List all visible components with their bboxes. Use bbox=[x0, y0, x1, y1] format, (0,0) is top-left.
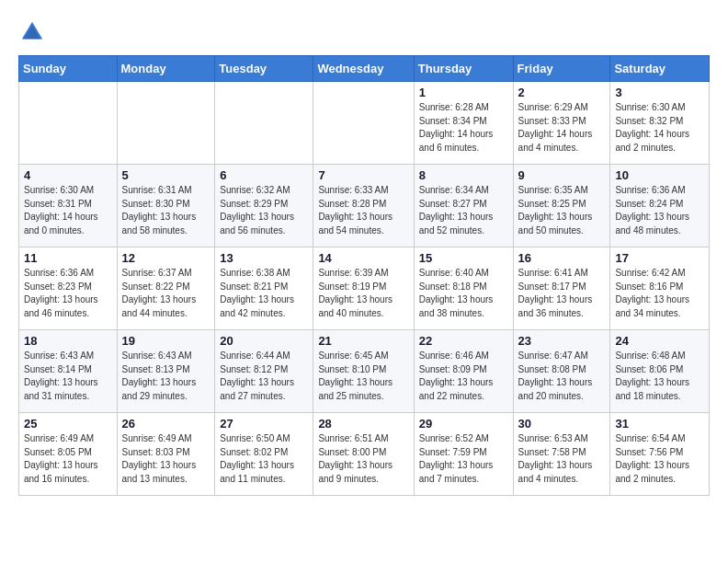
day-info: Sunrise: 6:32 AM Sunset: 8:29 PM Dayligh… bbox=[220, 184, 308, 237]
calendar-cell: 30Sunrise: 6:53 AM Sunset: 7:58 PM Dayli… bbox=[513, 413, 610, 496]
day-number: 16 bbox=[518, 251, 606, 265]
day-info: Sunrise: 6:42 AM Sunset: 8:16 PM Dayligh… bbox=[615, 267, 704, 320]
day-number: 26 bbox=[122, 417, 210, 431]
calendar-cell: 22Sunrise: 6:46 AM Sunset: 8:09 PM Dayli… bbox=[414, 330, 513, 413]
day-info: Sunrise: 6:41 AM Sunset: 8:17 PM Dayligh… bbox=[518, 267, 606, 320]
day-info: Sunrise: 6:33 AM Sunset: 8:28 PM Dayligh… bbox=[318, 184, 408, 237]
calendar-cell: 14Sunrise: 6:39 AM Sunset: 8:19 PM Dayli… bbox=[313, 247, 414, 330]
weekday-header-saturday: Saturday bbox=[610, 56, 710, 82]
weekday-header-wednesday: Wednesday bbox=[313, 56, 414, 82]
day-info: Sunrise: 6:44 AM Sunset: 8:12 PM Dayligh… bbox=[220, 350, 308, 403]
calendar-cell bbox=[215, 82, 313, 165]
day-info: Sunrise: 6:29 AM Sunset: 8:33 PM Dayligh… bbox=[518, 101, 606, 155]
day-number: 30 bbox=[518, 417, 606, 431]
logo-icon bbox=[18, 18, 46, 46]
weekday-header-sunday: Sunday bbox=[19, 56, 118, 82]
day-info: Sunrise: 6:37 AM Sunset: 8:22 PM Dayligh… bbox=[122, 267, 210, 320]
day-info: Sunrise: 6:36 AM Sunset: 8:23 PM Dayligh… bbox=[24, 267, 112, 320]
day-number: 18 bbox=[24, 334, 112, 348]
weekday-header-friday: Friday bbox=[513, 56, 610, 82]
day-info: Sunrise: 6:50 AM Sunset: 8:02 PM Dayligh… bbox=[220, 432, 308, 486]
day-number: 31 bbox=[615, 417, 704, 431]
calendar-cell: 2Sunrise: 6:29 AM Sunset: 8:33 PM Daylig… bbox=[513, 82, 610, 165]
calendar-cell: 13Sunrise: 6:38 AM Sunset: 8:21 PM Dayli… bbox=[215, 247, 313, 330]
calendar-cell: 31Sunrise: 6:54 AM Sunset: 7:56 PM Dayli… bbox=[610, 413, 710, 496]
calendar-cell: 28Sunrise: 6:51 AM Sunset: 8:00 PM Dayli… bbox=[313, 413, 414, 496]
day-number: 8 bbox=[419, 168, 508, 182]
day-number: 4 bbox=[24, 168, 112, 182]
day-number: 10 bbox=[615, 168, 704, 182]
calendar-cell: 24Sunrise: 6:48 AM Sunset: 8:06 PM Dayli… bbox=[610, 330, 710, 413]
day-number: 3 bbox=[615, 86, 704, 99]
calendar-cell: 18Sunrise: 6:43 AM Sunset: 8:14 PM Dayli… bbox=[19, 330, 118, 413]
day-number: 29 bbox=[419, 417, 508, 431]
calendar-table: SundayMondayTuesdayWednesdayThursdayFrid… bbox=[18, 55, 710, 496]
calendar-cell bbox=[313, 82, 414, 165]
calendar-week-row: 25Sunrise: 6:49 AM Sunset: 8:05 PM Dayli… bbox=[19, 413, 710, 496]
calendar-week-row: 11Sunrise: 6:36 AM Sunset: 8:23 PM Dayli… bbox=[19, 247, 710, 330]
day-info: Sunrise: 6:51 AM Sunset: 8:00 PM Dayligh… bbox=[318, 432, 408, 486]
day-number: 2 bbox=[518, 86, 606, 99]
calendar-cell: 16Sunrise: 6:41 AM Sunset: 8:17 PM Dayli… bbox=[513, 247, 610, 330]
weekday-header-row: SundayMondayTuesdayWednesdayThursdayFrid… bbox=[19, 56, 710, 82]
calendar-cell: 4Sunrise: 6:30 AM Sunset: 8:31 PM Daylig… bbox=[19, 165, 118, 247]
day-info: Sunrise: 6:46 AM Sunset: 8:09 PM Dayligh… bbox=[419, 350, 508, 403]
day-number: 28 bbox=[318, 417, 408, 431]
day-info: Sunrise: 6:49 AM Sunset: 8:05 PM Dayligh… bbox=[24, 432, 112, 486]
day-number: 27 bbox=[220, 417, 308, 431]
day-number: 21 bbox=[318, 334, 408, 348]
day-number: 5 bbox=[122, 168, 210, 182]
calendar-cell: 12Sunrise: 6:37 AM Sunset: 8:22 PM Dayli… bbox=[117, 247, 215, 330]
calendar-cell: 6Sunrise: 6:32 AM Sunset: 8:29 PM Daylig… bbox=[215, 165, 313, 247]
page-header bbox=[18, 18, 710, 46]
day-number: 25 bbox=[24, 417, 112, 431]
day-number: 1 bbox=[419, 86, 508, 99]
calendar-cell: 21Sunrise: 6:45 AM Sunset: 8:10 PM Dayli… bbox=[313, 330, 414, 413]
logo bbox=[18, 18, 50, 46]
day-info: Sunrise: 6:39 AM Sunset: 8:19 PM Dayligh… bbox=[318, 267, 408, 320]
day-info: Sunrise: 6:34 AM Sunset: 8:27 PM Dayligh… bbox=[419, 184, 508, 237]
day-number: 9 bbox=[518, 168, 606, 182]
day-number: 13 bbox=[220, 251, 308, 265]
day-number: 14 bbox=[318, 251, 408, 265]
day-info: Sunrise: 6:31 AM Sunset: 8:30 PM Dayligh… bbox=[122, 184, 210, 237]
calendar-cell: 11Sunrise: 6:36 AM Sunset: 8:23 PM Dayli… bbox=[19, 247, 118, 330]
day-info: Sunrise: 6:47 AM Sunset: 8:08 PM Dayligh… bbox=[518, 350, 606, 403]
day-info: Sunrise: 6:54 AM Sunset: 7:56 PM Dayligh… bbox=[615, 432, 704, 486]
calendar-cell: 26Sunrise: 6:49 AM Sunset: 8:03 PM Dayli… bbox=[117, 413, 215, 496]
calendar-cell: 17Sunrise: 6:42 AM Sunset: 8:16 PM Dayli… bbox=[610, 247, 710, 330]
calendar-cell: 8Sunrise: 6:34 AM Sunset: 8:27 PM Daylig… bbox=[414, 165, 513, 247]
calendar-cell: 3Sunrise: 6:30 AM Sunset: 8:32 PM Daylig… bbox=[610, 82, 710, 165]
calendar-cell: 15Sunrise: 6:40 AM Sunset: 8:18 PM Dayli… bbox=[414, 247, 513, 330]
weekday-header-tuesday: Tuesday bbox=[215, 56, 313, 82]
calendar-cell: 1Sunrise: 6:28 AM Sunset: 8:34 PM Daylig… bbox=[414, 82, 513, 165]
day-number: 12 bbox=[122, 251, 210, 265]
day-number: 19 bbox=[122, 334, 210, 348]
day-number: 23 bbox=[518, 334, 606, 348]
day-info: Sunrise: 6:40 AM Sunset: 8:18 PM Dayligh… bbox=[419, 267, 508, 320]
day-info: Sunrise: 6:28 AM Sunset: 8:34 PM Dayligh… bbox=[419, 101, 508, 155]
day-number: 15 bbox=[419, 251, 508, 265]
day-info: Sunrise: 6:30 AM Sunset: 8:31 PM Dayligh… bbox=[24, 184, 112, 237]
day-number: 20 bbox=[220, 334, 308, 348]
calendar-cell bbox=[117, 82, 215, 165]
day-info: Sunrise: 6:36 AM Sunset: 8:24 PM Dayligh… bbox=[615, 184, 704, 237]
day-number: 11 bbox=[24, 251, 112, 265]
day-info: Sunrise: 6:53 AM Sunset: 7:58 PM Dayligh… bbox=[518, 432, 606, 486]
calendar-cell: 23Sunrise: 6:47 AM Sunset: 8:08 PM Dayli… bbox=[513, 330, 610, 413]
day-number: 22 bbox=[419, 334, 508, 348]
day-info: Sunrise: 6:45 AM Sunset: 8:10 PM Dayligh… bbox=[318, 350, 408, 403]
day-number: 17 bbox=[615, 251, 704, 265]
calendar-cell: 10Sunrise: 6:36 AM Sunset: 8:24 PM Dayli… bbox=[610, 165, 710, 247]
calendar-week-row: 1Sunrise: 6:28 AM Sunset: 8:34 PM Daylig… bbox=[19, 82, 710, 165]
day-number: 7 bbox=[318, 168, 408, 182]
calendar-cell: 19Sunrise: 6:43 AM Sunset: 8:13 PM Dayli… bbox=[117, 330, 215, 413]
calendar-week-row: 18Sunrise: 6:43 AM Sunset: 8:14 PM Dayli… bbox=[19, 330, 710, 413]
day-info: Sunrise: 6:30 AM Sunset: 8:32 PM Dayligh… bbox=[615, 101, 704, 155]
calendar-week-row: 4Sunrise: 6:30 AM Sunset: 8:31 PM Daylig… bbox=[19, 165, 710, 247]
calendar-cell: 9Sunrise: 6:35 AM Sunset: 8:25 PM Daylig… bbox=[513, 165, 610, 247]
calendar-cell: 20Sunrise: 6:44 AM Sunset: 8:12 PM Dayli… bbox=[215, 330, 313, 413]
day-number: 6 bbox=[220, 168, 308, 182]
day-info: Sunrise: 6:43 AM Sunset: 8:13 PM Dayligh… bbox=[122, 350, 210, 403]
day-info: Sunrise: 6:52 AM Sunset: 7:59 PM Dayligh… bbox=[419, 432, 508, 486]
